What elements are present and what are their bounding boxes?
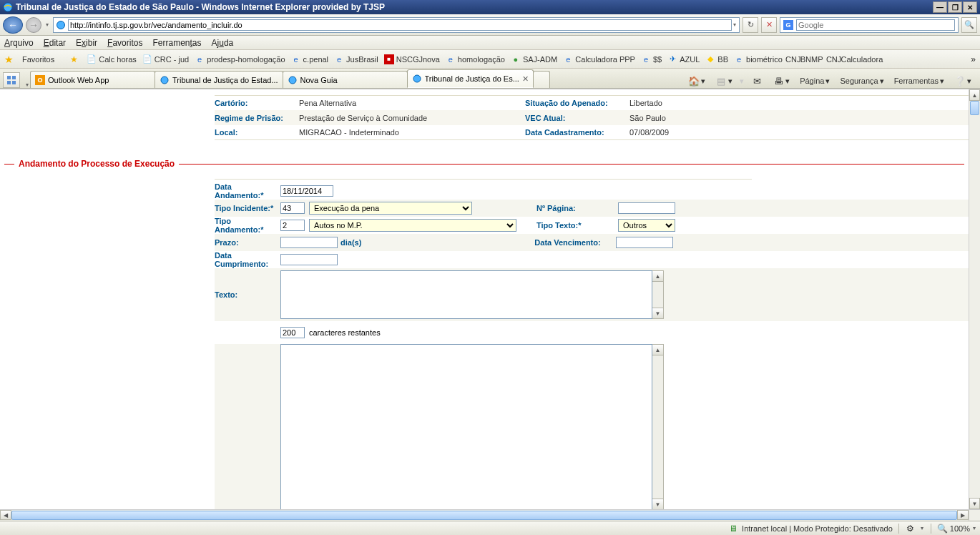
tipo-incidente-code-input[interactable]	[280, 202, 305, 214]
prazo-label: Prazo:	[215, 238, 280, 247]
scroll-up-icon[interactable]: ▲	[652, 271, 663, 282]
fav-homologacao[interactable]: ehomologação	[446, 54, 505, 64]
large-textarea[interactable]	[280, 344, 652, 509]
tab-close-icon[interactable]: ✕	[522, 74, 529, 84]
tipo-incidente-select[interactable]: Execução da pena	[309, 202, 472, 215]
data-andamento-input[interactable]	[280, 185, 333, 197]
tab-nova-guia[interactable]: Nova Guia	[283, 71, 408, 88]
new-tab-button[interactable]	[533, 71, 550, 88]
scroll-thumb[interactable]	[970, 101, 979, 115]
tipo-texto-label: Tipo Texto:*	[532, 221, 618, 230]
zone-text: Intranet local | Modo Protegido: Desativ…	[742, 524, 893, 533]
tab-tjsp-active[interactable]: Tribunal de Justiça do Es... ✕	[407, 69, 534, 88]
help-button[interactable]: ❔▾	[951, 74, 974, 88]
data-vencimento-label: Data Vencimento:	[530, 238, 616, 247]
section-line-right	[179, 164, 964, 165]
vertical-scrollbar[interactable]: ▲ ▼	[969, 89, 980, 509]
fav-calculadora[interactable]: CNJCalculadora	[829, 54, 883, 64]
forward-button[interactable]: →	[26, 17, 41, 33]
prazo-input[interactable]	[280, 237, 338, 248]
search-box[interactable]: G	[780, 17, 959, 33]
zoom-control[interactable]: 🔍 100% ▾	[937, 523, 977, 534]
data-vencimento-input[interactable]	[616, 237, 673, 248]
menu-favoritos[interactable]: Favoritos	[107, 38, 142, 48]
tab-tjsp-1[interactable]: Tribunal de Justiça do Estad...	[155, 71, 283, 88]
menu-ajuda[interactable]: Ajuda	[212, 38, 234, 48]
menu-arquivo[interactable]: Arquivo	[4, 38, 34, 48]
print-icon: 🖶	[773, 75, 784, 87]
url-dropdown[interactable]: ▾	[732, 21, 738, 28]
outlook-icon: O	[35, 75, 45, 85]
refresh-button[interactable]: ↻	[743, 17, 758, 33]
address-bar[interactable]: ▾	[53, 17, 740, 33]
zoom-dropdown[interactable]: ▾	[971, 525, 977, 531]
protected-mode-icon[interactable]: ⚙	[905, 523, 916, 534]
tipo-texto-select[interactable]: Outros	[618, 219, 675, 232]
close-button[interactable]: ✕	[963, 1, 977, 13]
fav-saj-adm[interactable]: ●SAJ-ADM	[511, 54, 557, 64]
fav-cpenal[interactable]: ec.penal	[291, 54, 328, 64]
svg-point-6	[161, 77, 168, 84]
horizontal-scrollbar[interactable]: ◀ ▶	[0, 509, 969, 521]
feeds-button[interactable]: ▤▾	[712, 74, 735, 88]
data-cumprimento-input[interactable]	[280, 254, 338, 265]
print-button[interactable]: 🖶▾	[770, 74, 793, 88]
scroll-up-icon[interactable]: ▲	[652, 345, 663, 355]
fav-azul[interactable]: ✈AZUL	[667, 54, 700, 64]
fav-jusbrasil[interactable]: eJusBrasil	[334, 54, 378, 64]
tab-outlook[interactable]: O Outlook Web App	[30, 71, 155, 88]
scroll-up-button[interactable]: ▲	[969, 89, 980, 101]
favorites-star-icon[interactable]: ★	[4, 54, 14, 65]
texto-label: Texto:	[215, 290, 280, 299]
mode-dropdown[interactable]: ▾	[919, 525, 925, 531]
nav-history-dropdown[interactable]: ▾	[44, 21, 50, 28]
search-button[interactable]: 🔍	[961, 17, 977, 33]
tabs-dropdown[interactable]: ▾	[24, 82, 30, 88]
restore-button[interactable]: ❐	[948, 1, 962, 13]
read-mail-button[interactable]: ✉	[748, 74, 765, 88]
favorites-label[interactable]: Favoritos	[22, 55, 54, 64]
fav-bb[interactable]: ◆BB	[705, 54, 728, 64]
info-table: Cartório: Pena Alternativa Situação do A…	[215, 95, 969, 140]
stop-button[interactable]: ✕	[761, 17, 777, 33]
quick-tabs-button[interactable]	[3, 72, 20, 88]
section-line-left	[4, 164, 14, 165]
fav-overflow[interactable]: »	[971, 54, 976, 64]
fav-biometrico[interactable]: ebiométrico	[734, 54, 783, 64]
tools-menu[interactable]: Ferramentas ▾	[891, 75, 947, 87]
fav-nscgj[interactable]: ■NSCGJnova	[384, 54, 440, 64]
textarea-scrollbar[interactable]: ▲ ▼	[652, 270, 664, 319]
scroll-down-icon[interactable]: ▼	[652, 308, 663, 318]
tipo-andamento-select[interactable]: Autos no M.P.	[309, 219, 516, 232]
add-favorite-icon[interactable]: ★	[70, 54, 78, 64]
tab-label: Tribunal de Justiça do Es...	[425, 74, 519, 83]
scroll-down-button[interactable]: ▼	[969, 498, 980, 509]
home-button[interactable]: 🏠▾	[685, 74, 708, 88]
fav-prodesp[interactable]: eprodesp-homologação	[195, 54, 285, 64]
minimize-button[interactable]: —	[933, 1, 947, 13]
situacao-label: Situação do Apenado:	[525, 99, 629, 107]
safety-menu[interactable]: Segurança ▾	[837, 75, 886, 87]
menu-ferramentas[interactable]: Ferramentas	[152, 38, 201, 48]
menu-exibir[interactable]: Exibir	[76, 38, 97, 48]
fav-calc-horas[interactable]: 📄Calc horas	[87, 54, 137, 64]
scroll-right-button[interactable]: ▶	[957, 510, 969, 520]
hscroll-thumb[interactable]	[11, 511, 957, 520]
fav-bnmp[interactable]: CNJBNMP	[788, 54, 823, 64]
tipo-andamento-code-input[interactable]	[280, 220, 305, 231]
scroll-down-icon[interactable]: ▼	[652, 499, 663, 509]
page-menu[interactable]: Página ▾	[797, 75, 833, 87]
fav-calc-ppp[interactable]: eCalculadora PPP	[563, 54, 635, 64]
search-input[interactable]	[796, 19, 955, 31]
large-textarea-scrollbar[interactable]: ▲ ▼	[652, 344, 664, 509]
url-input[interactable]	[68, 19, 732, 31]
menu-editar[interactable]: Editar	[44, 38, 66, 48]
fav-crc-jud[interactable]: 📄CRC - jud	[142, 54, 189, 64]
cartorio-label: Cartório:	[215, 99, 299, 107]
texto-textarea[interactable]	[280, 270, 652, 319]
fav-dollar[interactable]: e$$	[641, 54, 662, 64]
back-button[interactable]: ←	[3, 16, 23, 34]
regime-value: Prestação de Serviço à Comunidade	[299, 114, 525, 122]
npagina-input[interactable]	[618, 202, 675, 214]
scroll-left-button[interactable]: ◀	[0, 510, 11, 520]
